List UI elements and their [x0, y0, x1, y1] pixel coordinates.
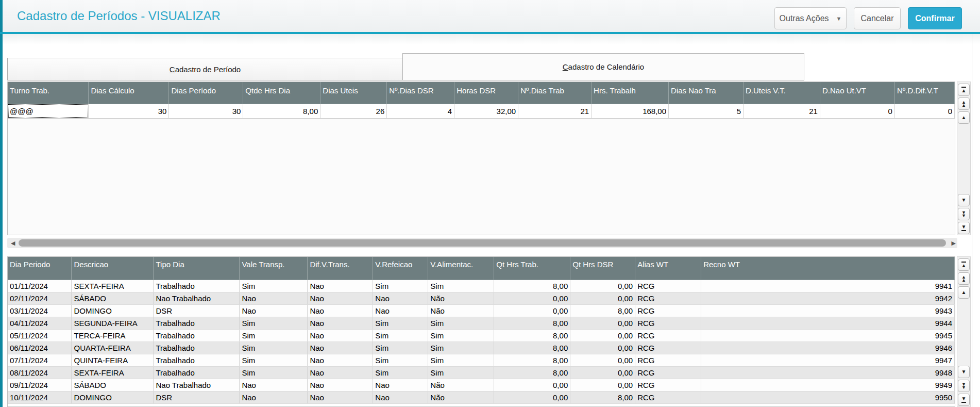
grid-cell[interactable]: 0,00: [570, 379, 635, 391]
grid-cell[interactable]: Nao: [308, 292, 373, 304]
grid-cell[interactable]: 0,00: [570, 280, 635, 292]
grid-cell[interactable]: 07/11/2024: [8, 354, 72, 366]
scroll-page-down-button[interactable]: ▼▼: [958, 380, 970, 392]
scroll-up-button[interactable]: ▲: [958, 111, 970, 124]
cancel-button[interactable]: Cancelar: [854, 7, 901, 29]
grid-cell[interactable]: RCG: [635, 379, 701, 391]
grid-cell[interactable]: 0,00: [570, 354, 635, 366]
grid-cell[interactable]: @@@: [8, 104, 89, 118]
grid-cell[interactable]: Nao: [373, 304, 428, 317]
grid-cell[interactable]: 06/11/2024: [8, 341, 72, 354]
grid-cell[interactable]: 02/11/2024: [8, 292, 72, 304]
grid-cell[interactable]: Nao Trabalhado: [154, 379, 240, 391]
hscroll-thumb[interactable]: [19, 239, 946, 247]
grid-cell[interactable]: Nao: [240, 379, 308, 391]
grid-cell[interactable]: 8,00: [494, 317, 570, 329]
grid-cell[interactable]: DSR: [154, 304, 240, 317]
grid-cell[interactable]: Trabalhado: [154, 317, 240, 329]
grid-cell[interactable]: 09/11/2024: [8, 379, 72, 391]
scroll-to-bottom-button[interactable]: ▼: [958, 222, 970, 234]
grid-cell[interactable]: 8,00: [570, 391, 635, 403]
grid-cell[interactable]: 9941: [701, 280, 955, 292]
grid-cell[interactable]: 9943: [701, 304, 955, 317]
grid-cell[interactable]: 0,00: [570, 341, 635, 354]
grid-cell[interactable]: Sim: [240, 329, 308, 341]
scroll-page-up-button[interactable]: ▲▲: [958, 97, 970, 110]
grid-cell[interactable]: 8,00: [243, 104, 320, 118]
grid-cell[interactable]: Sim: [240, 354, 308, 366]
grid-cell[interactable]: 0,00: [570, 366, 635, 379]
grid-cell[interactable]: SÁBADO: [72, 292, 154, 304]
grid-cell[interactable]: 8,00: [494, 354, 570, 366]
grid-cell[interactable]: 0,00: [570, 317, 635, 329]
grid-cell[interactable]: Nao: [308, 391, 373, 403]
grid-cell[interactable]: 0,00: [494, 292, 570, 304]
grid-cell[interactable]: Nao: [373, 292, 428, 304]
grid-cell[interactable]: 8,00: [494, 280, 570, 292]
grid-cell[interactable]: 0,00: [570, 292, 635, 304]
grid-cell[interactable]: Trabalhado: [154, 354, 240, 366]
period-grid-vscrollbar[interactable]: ▲ ▲▲ ▲ ▼ ▼▼ ▼: [957, 82, 971, 235]
grid-cell[interactable]: RCG: [635, 292, 701, 304]
grid-cell[interactable]: 04/11/2024: [8, 317, 72, 329]
grid-cell[interactable]: 9942: [701, 292, 955, 304]
grid-cell[interactable]: 9948: [701, 366, 955, 379]
grid-cell[interactable]: Sim: [428, 280, 494, 292]
grid-cell[interactable]: Nao: [373, 379, 428, 391]
grid-cell[interactable]: 8,00: [494, 366, 570, 379]
grid-cell[interactable]: RCG: [635, 341, 701, 354]
grid-cell[interactable]: Nao: [308, 366, 373, 379]
grid-cell[interactable]: 30: [89, 104, 169, 118]
grid-cell[interactable]: Nao Trabalhado: [154, 292, 240, 304]
grid-cell[interactable]: Nao: [240, 304, 308, 317]
scroll-down-button[interactable]: ▼: [958, 366, 970, 378]
grid-cell[interactable]: SÁBADO: [72, 379, 154, 391]
scroll-page-down-button[interactable]: ▼▼: [958, 208, 970, 220]
grid-cell[interactable]: 0,00: [494, 304, 570, 317]
grid-cell[interactable]: 03/11/2024: [8, 304, 72, 317]
grid-cell[interactable]: SEXTA-FEIRA: [72, 366, 154, 379]
grid-cell[interactable]: Nao: [308, 304, 373, 317]
grid-cell[interactable]: Sim: [373, 280, 428, 292]
scroll-page-up-button[interactable]: ▲▲: [958, 272, 970, 285]
grid-cell[interactable]: 01/11/2024: [8, 280, 72, 292]
grid-cell[interactable]: 32,00: [454, 104, 518, 118]
scroll-to-top-button[interactable]: ▲: [958, 258, 970, 271]
grid-cell[interactable]: Nao: [308, 317, 373, 329]
grid-cell[interactable]: Trabalhado: [154, 280, 240, 292]
grid-cell[interactable]: QUINTA-FEIRA: [72, 354, 154, 366]
grid-cell[interactable]: Não: [428, 292, 494, 304]
grid-cell[interactable]: QUARTA-FEIRA: [72, 341, 154, 354]
grid-cell[interactable]: Nao: [373, 391, 428, 403]
grid-cell[interactable]: 8,00: [570, 304, 635, 317]
grid-cell[interactable]: 21: [744, 104, 820, 118]
grid-cell[interactable]: Nao: [308, 379, 373, 391]
grid-cell[interactable]: RCG: [635, 329, 701, 341]
grid-cell[interactable]: SEXTA-FEIRA: [72, 280, 154, 292]
grid-cell[interactable]: Sim: [373, 366, 428, 379]
scroll-left-icon[interactable]: ◀: [11, 240, 15, 247]
confirm-button[interactable]: Confirmar: [908, 7, 962, 29]
grid-cell[interactable]: Sim: [428, 317, 494, 329]
scroll-to-top-button[interactable]: ▲: [958, 84, 970, 96]
grid-cell[interactable]: 9945: [701, 329, 955, 341]
grid-cell[interactable]: Nao: [308, 280, 373, 292]
scroll-to-bottom-button[interactable]: ▼: [958, 394, 970, 406]
grid-cell[interactable]: Não: [428, 304, 494, 317]
other-actions-button[interactable]: Outras Ações ▼: [774, 7, 847, 29]
grid-cell[interactable]: 21: [518, 104, 592, 118]
grid-cell[interactable]: 9949: [701, 379, 955, 391]
grid-cell[interactable]: DOMINGO: [72, 391, 154, 403]
grid-cell[interactable]: 30: [169, 104, 243, 118]
grid-cell[interactable]: Sim: [428, 329, 494, 341]
grid-cell[interactable]: Sim: [373, 329, 428, 341]
grid-cell[interactable]: 8,00: [494, 329, 570, 341]
grid-cell[interactable]: 0,00: [494, 379, 570, 391]
grid-cell[interactable]: Nao: [308, 354, 373, 366]
calendar-grid-vscrollbar[interactable]: ▲ ▲▲ ▲ ▼ ▼▼ ▼: [957, 256, 971, 407]
grid-cell[interactable]: 0: [820, 104, 894, 118]
scroll-up-button[interactable]: ▲: [958, 286, 970, 299]
scroll-down-button[interactable]: ▼: [958, 194, 970, 206]
grid-cell[interactable]: RCG: [635, 280, 701, 292]
grid-cell[interactable]: DOMINGO: [72, 304, 154, 317]
